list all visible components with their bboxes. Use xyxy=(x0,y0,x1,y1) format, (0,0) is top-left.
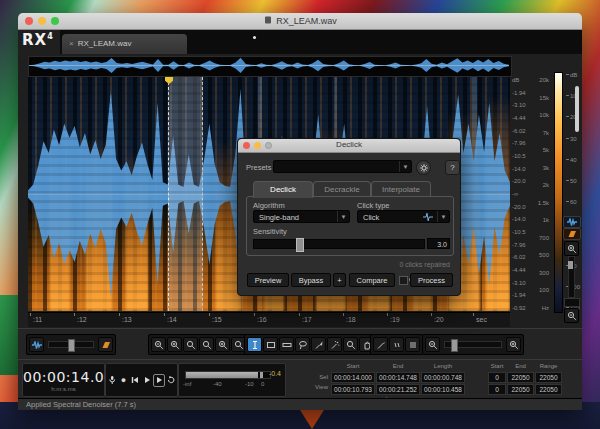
document-icon xyxy=(263,15,273,27)
zoom-selection-button[interactable] xyxy=(183,337,198,352)
return-to-start-button[interactable] xyxy=(129,373,141,387)
view-end[interactable]: 00:00:21.252 xyxy=(376,384,420,395)
frequency-select-tool[interactable] xyxy=(279,337,294,352)
help-button[interactable]: ? xyxy=(445,160,460,175)
file-tab[interactable]: ×RX_LEAM.wav xyxy=(62,34,187,54)
time-selection[interactable] xyxy=(168,77,203,311)
toolbar xyxy=(18,328,582,359)
playhead-marker[interactable] xyxy=(165,77,173,84)
freq-sel-start[interactable]: 0 xyxy=(488,372,506,383)
zoom-out-time-button[interactable] xyxy=(151,337,166,352)
peak-readout[interactable]: -0.4 xyxy=(269,370,281,377)
ruler-tick: :14 xyxy=(167,316,177,323)
h-zoom-in-button[interactable] xyxy=(506,337,521,352)
sensitivity-label: Sensitivity xyxy=(253,227,287,236)
time-select-tool[interactable] xyxy=(247,337,262,352)
click-type-dropdown[interactable]: Click▼ xyxy=(357,210,450,223)
algorithm-label: Algorithm xyxy=(253,201,285,210)
blend-slider[interactable] xyxy=(48,341,94,348)
freq-view-end[interactable]: 22050 xyxy=(507,384,534,395)
tab-close-icon[interactable]: × xyxy=(69,39,74,48)
time-display-panel: 00:00:14.000 h:m:s.ms xyxy=(22,363,105,397)
vertical-zoom-slider[interactable] xyxy=(568,256,575,298)
loop-button[interactable] xyxy=(165,373,177,387)
clicks-only-checkbox[interactable] xyxy=(399,276,408,285)
time-unit: h:m:s.ms xyxy=(23,386,104,392)
spectro-flare xyxy=(486,96,510,311)
click-spike-icon xyxy=(421,212,435,222)
level-meter-panel: -inf -40 -10 0 -0.4 xyxy=(178,363,286,397)
freq-view-start[interactable]: 0 xyxy=(488,384,506,395)
zoom-horizontal-button[interactable] xyxy=(215,337,230,352)
h-zoom-out-button[interactable] xyxy=(425,337,440,352)
pencil-tool[interactable] xyxy=(373,337,388,352)
level-meter-peak-seg xyxy=(260,372,263,378)
chevron-down-icon[interactable]: ▼ xyxy=(399,161,411,172)
ruler-tick: :16 xyxy=(257,316,267,323)
tab-declick[interactable]: Declick xyxy=(253,181,313,198)
level-meter xyxy=(185,371,271,379)
zoom-in-time-button[interactable] xyxy=(167,337,182,352)
sel-length[interactable]: 00:00:00.748 xyxy=(421,372,465,383)
h-zoom-thumb[interactable] xyxy=(451,339,458,352)
tab-bar: ×RX_LEAM.wav xyxy=(60,30,582,54)
lasso-select-tool[interactable] xyxy=(295,337,310,352)
sel-start[interactable]: 00:00:14.000 xyxy=(331,372,375,383)
amplitude-scale: dB-1.94-3.10-4.44-6.02-7.96-10.5-14.0-20… xyxy=(512,77,532,311)
frequency-scale: 20k15k10k7k5k3k2k1.5k1k700500300100Hz xyxy=(533,77,549,311)
meter-scale: -inf -40 -10 0 xyxy=(181,381,273,389)
time-ruler[interactable]: :11 :12 :13 :14 :15 :16 :17 :18 :19 :20 … xyxy=(28,312,510,327)
chevron-down-icon[interactable]: ▼ xyxy=(437,211,449,222)
add-preview-button[interactable]: + xyxy=(333,273,346,287)
waveform-display-icon[interactable] xyxy=(29,337,44,352)
waveform-view-button[interactable] xyxy=(563,216,581,228)
preview-button[interactable]: Preview xyxy=(247,273,289,287)
process-button[interactable]: Process xyxy=(410,273,453,287)
vertical-scrollbar[interactable] xyxy=(575,86,579,132)
compare-button[interactable]: Compare xyxy=(349,273,395,287)
spectrogram-display-icon[interactable] xyxy=(98,337,113,352)
sensitivity-slider[interactable] xyxy=(253,239,425,249)
edit-tools-group xyxy=(370,334,423,355)
algorithm-dropdown[interactable]: Single-band▼ xyxy=(253,210,350,223)
spectro-flare xyxy=(86,136,112,311)
blend-slider-thumb[interactable] xyxy=(68,339,75,352)
record-button[interactable]: ● xyxy=(118,373,130,387)
ruler-tick: :19 xyxy=(390,316,400,323)
time-frequency-select-tool[interactable] xyxy=(263,337,278,352)
h-zoom-slider[interactable] xyxy=(444,341,502,348)
play-selection-button[interactable] xyxy=(153,374,166,387)
play-button[interactable] xyxy=(141,373,153,387)
spectrogram-legend-bar xyxy=(554,72,563,313)
brush-select-tool[interactable] xyxy=(311,337,326,352)
spectro-transient xyxy=(472,77,477,311)
waveform-overview[interactable] xyxy=(28,56,512,77)
freq-sel-range[interactable]: 22050 xyxy=(535,372,562,383)
bypass-button[interactable]: Bypass xyxy=(291,273,331,287)
playhead-time[interactable]: 00:00:14.000 xyxy=(23,369,104,385)
freq-view-range[interactable]: 22050 xyxy=(535,384,562,395)
marker-tool[interactable] xyxy=(389,337,404,352)
display-blend-group xyxy=(26,334,116,355)
freq-sel-end[interactable]: 22050 xyxy=(507,372,534,383)
zoom-tool[interactable] xyxy=(343,337,358,352)
sel-end[interactable]: 00:00:14.748 xyxy=(376,372,420,383)
clicks-repaired-status: 0 clicks repaired xyxy=(399,261,450,268)
vertical-zoom-in-button[interactable] xyxy=(564,241,579,256)
vertical-zoom-thumb[interactable] xyxy=(568,261,573,269)
status-bar: Applied Spectral Denoiser (7.7 s) xyxy=(18,398,582,410)
sensitivity-value[interactable]: 3.0 xyxy=(427,238,450,249)
marker-list-button[interactable] xyxy=(405,337,420,352)
view-start[interactable]: 00:00:10.793 xyxy=(331,384,375,395)
zoom-fit-button[interactable] xyxy=(199,337,214,352)
magic-wand-tool[interactable] xyxy=(327,337,342,352)
preset-gear-button[interactable] xyxy=(416,160,431,175)
view-length[interactable]: 00:00:10.458 xyxy=(421,384,465,395)
chevron-down-icon[interactable]: ▼ xyxy=(337,211,349,222)
declick-panel: Algorithm Single-band▼ Click type Click▼… xyxy=(246,196,454,256)
spectrogram-view-button[interactable] xyxy=(563,228,581,240)
presets-dropdown[interactable]: ▼ xyxy=(273,160,412,173)
vertical-zoom-out-button[interactable] xyxy=(564,308,579,323)
sensitivity-thumb[interactable] xyxy=(296,238,304,252)
record-monitor-icon[interactable] xyxy=(106,373,118,387)
